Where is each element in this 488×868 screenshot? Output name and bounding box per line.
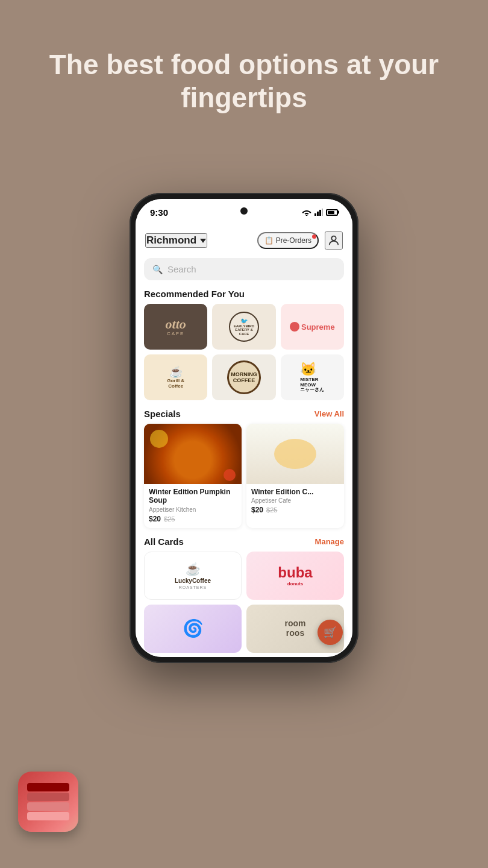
specials-grid: Winter Edition Pumpkin Soup Appetiser Ki… (136, 424, 352, 534)
special-price-1: $20 $25 (149, 515, 237, 523)
svg-rect-4 (322, 209, 323, 216)
profile-button[interactable] (325, 231, 343, 250)
svg-rect-3 (319, 210, 321, 216)
signal-icon (314, 209, 323, 216)
location-button[interactable]: Richmond (145, 233, 207, 248)
all-cards-title: All Cards (144, 536, 184, 547)
buba-sub: donuts (287, 581, 304, 587)
special-price-2: $20 $25 (251, 506, 339, 514)
dropdown-arrow-icon (200, 239, 206, 243)
icon-strip-4 (27, 812, 69, 820)
app-icon-inner (21, 777, 75, 826)
cat-icon: 🐱 (300, 362, 316, 377)
front-camera (240, 207, 248, 215)
status-icons (302, 209, 338, 216)
price-current-2: $20 (251, 506, 263, 514)
special-name-2: Winter Edition C... (251, 488, 339, 496)
preorders-button[interactable]: 📋 Pre-Orders (257, 232, 319, 249)
status-time: 9:30 (150, 207, 168, 218)
special-place-1: Appetiser Kitchen (149, 506, 237, 513)
otto-logo: otto (166, 318, 186, 331)
supreme-logo: Supreme (290, 322, 335, 332)
hero-title: The best food options at your fingertips (0, 48, 488, 115)
status-bar: 9:30 (136, 199, 352, 225)
restaurant-grid: otto CAFE 🐦 EARLYBIRDEATERY & CAFE (136, 304, 352, 406)
all-cards-header: All Cards Manage (136, 534, 352, 552)
loyalty-card-lucky[interactable]: ☕ LuckyCoffee ROASTERS (144, 552, 242, 600)
recommended-section-header: Recommended For You (136, 286, 352, 304)
svg-rect-2 (317, 212, 319, 216)
restaurant-earlybird[interactable]: 🐦 EARLYBIRDEATERY & CAFE (212, 304, 275, 350)
special-place-2: Appetiser Cafe (251, 497, 339, 504)
recommended-title: Recommended For You (144, 289, 245, 299)
morning-text: MORNINGCOFFEE (231, 371, 257, 383)
lucky-name: LuckyCoffee (175, 577, 211, 584)
loyalty-card-purple[interactable]: 🌀 (144, 605, 242, 653)
manage-link[interactable]: Manage (315, 537, 344, 546)
phone-shell: 9:30 (130, 193, 358, 663)
restaurant-morning[interactable]: MORNINGCOFFEE (212, 354, 275, 400)
otto-sub: CAFE (167, 331, 184, 336)
special-image-2 (246, 424, 344, 484)
supreme-name: Supreme (301, 322, 335, 332)
app-content[interactable]: Richmond 📋 Pre-Orders (136, 225, 352, 657)
location-name: Richmond (146, 234, 196, 247)
price-original-1: $25 (164, 515, 175, 523)
icon-strip-3 (27, 802, 69, 811)
search-placeholder: Search (167, 264, 196, 274)
user-icon (327, 234, 340, 247)
lucky-sub: ROASTERS (179, 585, 207, 590)
room-name: roomroos (285, 619, 306, 638)
special-info-2: Winter Edition C... Appetiser Cafe $20 $… (246, 484, 344, 519)
icon-strip-1 (27, 783, 69, 791)
search-bar[interactable]: 🔍 Search (144, 258, 344, 280)
phone-container: 9:30 (130, 193, 358, 663)
restaurant-mister-meow[interactable]: 🐱 MISTERMEOWニャーさん (281, 354, 344, 400)
price-current-1: $20 (149, 515, 161, 523)
gorill-inner: ☕ Gorill &Coffee (167, 365, 184, 389)
battery-icon (326, 209, 338, 216)
restaurant-gorill[interactable]: ☕ Gorill &Coffee (144, 354, 207, 400)
earlybird-text: EARLYBIRDEATERY & CAFE (230, 324, 258, 336)
cart-fab-button[interactable]: 🛒 (318, 620, 343, 645)
price-original-2: $25 (266, 506, 277, 514)
search-icon: 🔍 (152, 265, 163, 274)
app-icon (18, 772, 78, 832)
calendar-icon: 📋 (264, 236, 274, 245)
special-info-1: Winter Edition Pumpkin Soup Appetiser Ki… (144, 484, 242, 528)
special-name-1: Winter Edition Pumpkin Soup (149, 488, 237, 505)
morning-logo: MORNINGCOFFEE (227, 360, 261, 394)
top-nav: Richmond 📋 Pre-Orders (136, 225, 352, 253)
cart-icon: 🛒 (324, 626, 337, 639)
mister-content: 🐱 MISTERMEOWニャーさん (296, 358, 328, 397)
svg-rect-1 (314, 213, 316, 216)
lucky-icon: ☕ (186, 562, 201, 576)
specials-section-header: Specials View All (136, 406, 352, 424)
preorders-notification-dot (312, 234, 316, 239)
restaurant-supreme[interactable]: Supreme (281, 304, 344, 350)
gorill-name: Gorill &Coffee (167, 379, 184, 389)
supreme-circle-icon (290, 322, 299, 332)
nav-right: 📋 Pre-Orders (257, 231, 343, 250)
gorill-icon: ☕ (169, 365, 183, 379)
mister-name: MISTERMEOWニャーさん (300, 377, 324, 393)
wifi-icon (302, 209, 311, 216)
special-image-1 (144, 424, 242, 484)
buba-name: buba (278, 564, 312, 581)
svg-point-5 (331, 236, 336, 241)
phone-screen: 9:30 (136, 199, 352, 657)
special-card-2[interactable]: Winter Edition C... Appetiser Cafe $20 $… (246, 424, 344, 528)
specials-view-all[interactable]: View All (314, 409, 344, 418)
purple-swirl-icon: 🌀 (183, 618, 204, 638)
loyalty-card-buba[interactable]: buba donuts (246, 552, 344, 600)
restaurant-otto[interactable]: otto CAFE (144, 304, 207, 350)
special-card-1[interactable]: Winter Edition Pumpkin Soup Appetiser Ki… (144, 424, 242, 528)
preorders-label: Pre-Orders (276, 236, 311, 245)
earlybird-logo: 🐦 EARLYBIRDEATERY & CAFE (229, 312, 259, 342)
icon-strip-2 (27, 793, 69, 801)
svg-point-0 (306, 215, 308, 216)
bird-icon: 🐦 (240, 318, 248, 324)
specials-title: Specials (144, 409, 181, 419)
